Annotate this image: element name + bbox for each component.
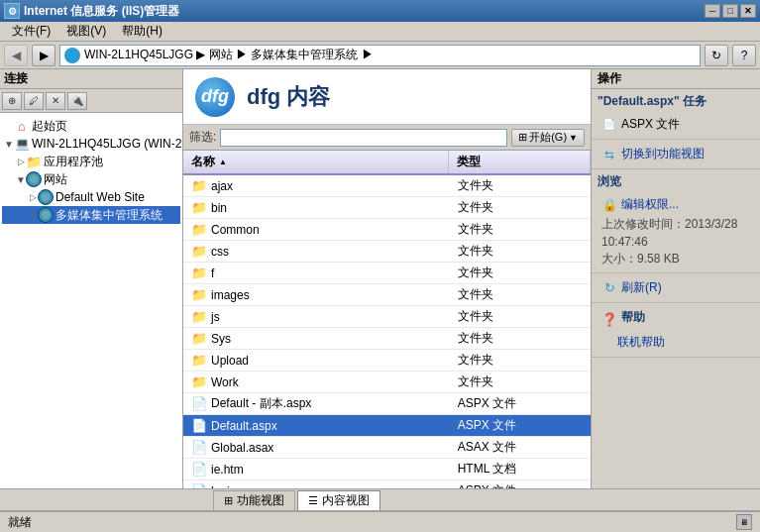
table-body: 📁 ajax 文件夹 📁 bin 文件夹 📁 Common 文件夹 📁 css …: [183, 175, 591, 488]
row-icon: 📁: [191, 244, 207, 259]
table-row[interactable]: 📁 images 文件夹: [183, 284, 591, 306]
td-name: 📁 bin: [183, 197, 450, 218]
table-row[interactable]: 📁 Work 文件夹: [183, 372, 591, 393]
status-text: 就绪: [8, 514, 32, 531]
app-icon: ⚙: [4, 3, 20, 19]
refresh-nav-button[interactable]: ↻: [705, 45, 728, 66]
table-header: 名称 ▲ 类型: [183, 151, 591, 175]
td-type: 文件夹: [450, 284, 591, 305]
table-row[interactable]: 📁 f 文件夹: [183, 263, 591, 284]
filter-input[interactable]: [220, 129, 507, 147]
right-refresh-section: ↻ 刷新(R): [592, 273, 760, 303]
right-action-help-title: ❓ 帮助: [597, 307, 754, 332]
tree-item-apppool[interactable]: ▷ 📁 应用程序池: [2, 153, 180, 170]
tree-label-sites: 网站: [44, 171, 67, 188]
left-panel-title: 连接: [0, 69, 182, 89]
right-action-edit-perms[interactable]: 🔒 编辑权限...: [597, 194, 754, 215]
td-name: 📄 Default - 副本.aspx: [183, 393, 450, 414]
row-name: images: [211, 288, 250, 302]
td-type: 文件夹: [450, 328, 591, 349]
th-type[interactable]: 类型: [449, 151, 591, 173]
close-button[interactable]: ✕: [740, 4, 756, 18]
address-bar: 🌐 WIN-2L1HQ45LJGG ▶ 网站 ▶ 多媒体集中管理系统 ▶: [59, 45, 701, 66]
table-row[interactable]: 📁 css 文件夹: [183, 241, 591, 263]
row-icon: 📄: [191, 418, 207, 433]
tree-toggle-apppool[interactable]: ▷: [16, 153, 26, 170]
tree-item-multimedia[interactable]: ▼ 多媒体集中管理系统: [2, 206, 180, 224]
row-icon: 📁: [191, 353, 207, 368]
right-browse-title[interactable]: 浏览: [597, 173, 754, 190]
tree-item-server[interactable]: ▼ 💻 WIN-2L1HQ45LJGG (WIN-2L1: [2, 135, 180, 153]
table-row[interactable]: 📁 Common 文件夹: [183, 219, 591, 241]
right-action-refresh[interactable]: ↻ 刷新(R): [597, 277, 754, 298]
table-row[interactable]: 📁 Upload 文件夹: [183, 350, 591, 372]
row-icon: 📁: [191, 309, 207, 324]
refresh-label[interactable]: 刷新(R): [621, 279, 662, 296]
td-name: 📁 css: [183, 241, 450, 262]
table-row[interactable]: 📁 js 文件夹: [183, 306, 591, 328]
toolbar-add-btn[interactable]: ⊕: [2, 92, 22, 110]
tree-item-sites[interactable]: ▼ 网站: [2, 170, 180, 188]
nav-bar: ◀ ▶ 🌐 WIN-2L1HQ45LJGG ▶ 网站 ▶ 多媒体集中管理系统 ▶…: [0, 42, 760, 69]
row-name: Sys: [211, 332, 231, 346]
tree-toggle-home: [4, 117, 14, 135]
menu-view[interactable]: 视图(V): [58, 21, 114, 42]
td-name: 📁 Sys: [183, 328, 450, 349]
td-name: 📁 f: [183, 263, 450, 283]
menu-help[interactable]: 帮助(H): [114, 21, 170, 42]
center-table[interactable]: 名称 ▲ 类型 📁 ajax 文件夹 📁 bin 文件夹 📁 Common 文件…: [183, 151, 591, 488]
row-name: css: [211, 245, 229, 259]
table-row[interactable]: 📄 Default.aspx ASPX 文件: [183, 415, 591, 437]
tab-feature-label: 功能视图: [237, 492, 284, 509]
right-action-online-help[interactable]: 联机帮助: [597, 332, 754, 353]
td-type: ASAX 文件: [450, 437, 591, 458]
tab-content-icon: ☰: [308, 494, 318, 507]
left-panel: 连接 ⊕ 🖊 ✕ 🔌 ⌂ 起始页 ▼ 💻 WIN-2L1HQ45LJGG (WI…: [0, 69, 183, 488]
tree-label-default-site: Default Web Site: [55, 190, 145, 204]
help-nav-button[interactable]: ?: [732, 45, 756, 66]
tab-feature-view[interactable]: ⊞ 功能视图: [213, 490, 295, 510]
tree-toggle-server[interactable]: ▼: [4, 135, 14, 153]
refresh-icon: ↻: [601, 280, 617, 296]
table-row[interactable]: 📁 bin 文件夹: [183, 197, 591, 219]
row-name: Default - 副本.aspx: [211, 395, 311, 412]
table-row[interactable]: 📁 Sys 文件夹: [183, 328, 591, 350]
maximize-button[interactable]: □: [722, 4, 738, 18]
toolbar-connect-btn[interactable]: 🔌: [67, 92, 87, 110]
minimize-button[interactable]: ─: [705, 4, 720, 18]
right-action-switch[interactable]: ⇆ 切换到功能视图: [597, 144, 754, 164]
filter-btn[interactable]: ⊞ 开始(G) ▼: [511, 129, 585, 147]
right-task-title[interactable]: "Default.aspx" 任务: [597, 93, 754, 110]
tree-label-server: WIN-2L1HQ45LJGG (WIN-2L1: [32, 137, 182, 151]
th-name[interactable]: 名称 ▲: [183, 151, 449, 173]
page-icon: 📄: [601, 117, 617, 133]
table-row[interactable]: 📄 ie.htm HTML 文档: [183, 459, 591, 480]
online-help-label[interactable]: 联机帮助: [617, 334, 665, 351]
tree-toggle-default-site[interactable]: ▷: [28, 188, 38, 206]
table-row[interactable]: 📁 ajax 文件夹: [183, 175, 591, 197]
help-icon: ❓: [601, 312, 617, 328]
switch-label[interactable]: 切换到功能视图: [621, 146, 705, 162]
td-name: 📁 Upload: [183, 350, 450, 371]
row-name: bin: [211, 201, 227, 215]
toolbar-delete-btn[interactable]: ✕: [46, 92, 65, 110]
tree-item-default-site[interactable]: ▷ Default Web Site: [2, 188, 180, 206]
table-row[interactable]: 📄 Global.asax ASAX 文件: [183, 437, 591, 459]
switch-icon: ⇆: [601, 147, 617, 162]
tree-item-home[interactable]: ⌂ 起始页: [2, 117, 180, 135]
table-row[interactable]: 📄 Default - 副本.aspx ASPX 文件: [183, 393, 591, 415]
right-switch-section: ⇆ 切换到功能视图: [592, 140, 760, 169]
home-icon: ⌂: [14, 118, 30, 134]
row-icon: 📁: [191, 222, 207, 237]
table-row[interactable]: 📄 login.aspx ASPX 文件: [183, 480, 591, 488]
tree-toggle-sites[interactable]: ▼: [16, 170, 26, 188]
tab-content-view[interactable]: ☰ 内容视图: [297, 490, 380, 510]
tree-toggle-multimedia[interactable]: ▼: [28, 206, 38, 224]
row-icon: 📄: [191, 483, 207, 488]
folder-icon-apppool: 📁: [26, 154, 42, 169]
menu-file[interactable]: 文件(F): [4, 21, 58, 42]
forward-button[interactable]: ▶: [32, 45, 55, 66]
back-button[interactable]: ◀: [4, 45, 28, 66]
toolbar-edit-btn[interactable]: 🖊: [24, 92, 44, 110]
edit-perms-label[interactable]: 编辑权限...: [621, 196, 679, 213]
